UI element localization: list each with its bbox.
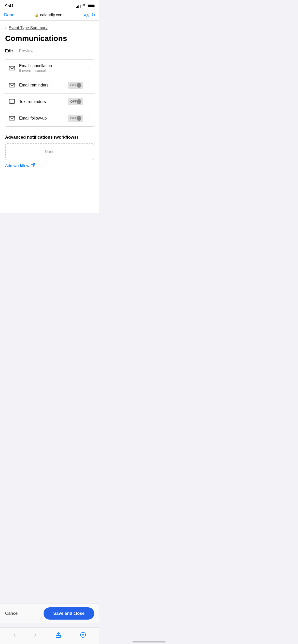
- add-workflow-button[interactable]: Add workflow: [5, 163, 94, 168]
- card-title: Email follow-up: [19, 116, 66, 121]
- card-info: Text reminders: [19, 99, 66, 104]
- lock-icon: 🔒: [35, 13, 39, 17]
- card-title: Email reminders: [19, 83, 66, 87]
- more-options-button[interactable]: ⋮: [85, 66, 91, 71]
- card-info: Email follow-up: [19, 116, 66, 121]
- browser-url: 🔒 calendly.com: [35, 13, 63, 17]
- email-icon: [8, 81, 16, 89]
- breadcrumb[interactable]: ‹ Event Type Summary: [0, 21, 99, 33]
- list-item: Email cancellation If event is cancelled…: [4, 60, 95, 77]
- card-title: Email cancellation: [19, 64, 83, 68]
- signal-icon: [76, 5, 80, 8]
- text-reminders-toggle[interactable]: OFF: [68, 98, 83, 105]
- external-link-icon: [31, 163, 35, 168]
- page-title: Communications: [0, 33, 99, 47]
- email-followup-toggle[interactable]: OFF: [68, 115, 83, 122]
- card-info: Email reminders: [19, 83, 66, 87]
- card-right: OFF ⋮: [68, 82, 91, 89]
- card-title: Text reminders: [19, 99, 66, 104]
- toggle-knob: [77, 116, 81, 121]
- list-item: Email reminders OFF ⋮: [4, 77, 95, 94]
- email-icon: [8, 114, 16, 122]
- add-workflow-label: Add workflow: [5, 164, 29, 168]
- advanced-notifications-section: Advanced notifications (workflows) None …: [0, 130, 99, 172]
- list-item: Text reminders OFF ⋮: [4, 94, 95, 110]
- browser-done-button[interactable]: Done: [4, 12, 15, 18]
- more-options-button[interactable]: ⋮: [85, 99, 91, 104]
- tab-edit[interactable]: Edit: [5, 47, 13, 56]
- svg-rect-1: [9, 83, 15, 87]
- more-options-button[interactable]: ⋮: [85, 83, 91, 88]
- svg-rect-0: [9, 66, 15, 70]
- status-time: 9:41: [5, 4, 14, 9]
- svg-rect-3: [9, 116, 15, 120]
- workflow-empty-box: None: [5, 143, 94, 160]
- workflow-none-label: None: [45, 150, 55, 154]
- email-reminders-toggle[interactable]: OFF: [68, 82, 83, 89]
- status-icons: [76, 4, 94, 8]
- page-content: ‹ Event Type Summary Communications Edit…: [0, 21, 99, 213]
- card-info: Email cancellation If event is cancelled: [19, 64, 83, 73]
- tabs: Edit Preview: [0, 47, 99, 56]
- back-arrow-icon: ‹: [5, 25, 7, 31]
- browser-actions: AA ↻: [84, 12, 95, 18]
- card-right: ⋮: [85, 66, 91, 71]
- browser-bar: Done 🔒 calendly.com AA ↻: [0, 10, 99, 21]
- breadcrumb-label: Event Type Summary: [9, 26, 48, 30]
- toggle-knob: [77, 83, 81, 88]
- email-icon: [8, 64, 16, 72]
- list-item: Email follow-up OFF ⋮: [4, 110, 95, 126]
- chat-icon: [8, 98, 16, 106]
- card-subtitle: If event is cancelled: [19, 69, 83, 73]
- tab-preview[interactable]: Preview: [19, 47, 33, 56]
- toggle-knob: [77, 99, 81, 104]
- card-list: Email cancellation If event is cancelled…: [4, 59, 95, 127]
- battery-icon: [88, 5, 94, 8]
- reload-button[interactable]: ↻: [91, 12, 95, 18]
- url-text: calendly.com: [40, 13, 63, 17]
- aa-button[interactable]: AA: [84, 13, 89, 17]
- card-right: OFF ⋮: [68, 98, 91, 105]
- wifi-icon: [82, 4, 86, 8]
- notification-cards-section: Email cancellation If event is cancelled…: [0, 56, 99, 130]
- advanced-title: Advanced notifications (workflows): [5, 135, 94, 140]
- more-options-button[interactable]: ⋮: [85, 116, 91, 121]
- card-right: OFF ⋮: [68, 115, 91, 122]
- status-bar: 9:41: [0, 0, 99, 10]
